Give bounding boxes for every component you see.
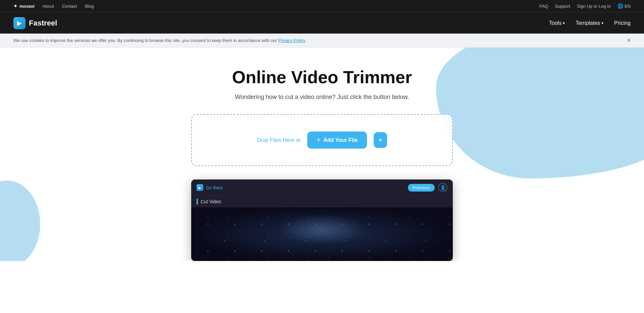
- main-nav: ▶ Fastreel Tools ▾ Templates ▾ Pricing: [0, 12, 644, 34]
- globe-icon: 🌐: [618, 3, 623, 9]
- preview-topbar: ▶ Go Back Premium 👤: [191, 179, 453, 196]
- hero-content: Online Video Trimmer Wondering how to cu…: [0, 48, 644, 166]
- user-person-icon: 👤: [440, 185, 446, 190]
- go-back-button[interactable]: Go Back: [206, 185, 223, 190]
- contact-link[interactable]: Contact: [62, 4, 77, 9]
- movavi-brand: ✦ movavi: [13, 3, 35, 9]
- preview-logo-icon: ▶: [197, 184, 203, 191]
- nav-links: Tools ▾ Templates ▾ Pricing: [549, 20, 631, 26]
- preview-section-title: Cut Video: [191, 196, 453, 207]
- blue-bar-decoration: [197, 199, 198, 205]
- cookie-text: We use cookies to improve the services w…: [13, 38, 306, 43]
- add-file-dropdown-button[interactable]: ▾: [374, 132, 387, 148]
- preview-video-area: [191, 207, 453, 261]
- dropdown-chevron-icon: ▾: [379, 137, 382, 143]
- hero-title: Online Video Trimmer: [0, 68, 644, 87]
- brand-name: Fastreel: [29, 19, 57, 28]
- top-bar: ✦ movavi About Contact Blog FAQ Support …: [0, 0, 644, 12]
- cookie-close-button[interactable]: ×: [627, 37, 631, 44]
- milky-way-decoration: [278, 214, 366, 244]
- brand-logo-link[interactable]: ▶ Fastreel: [13, 17, 57, 29]
- language-selector[interactable]: 🌐 EN: [618, 3, 631, 9]
- hero-subtitle: Wondering how to cut a video online? Jus…: [0, 94, 644, 101]
- nav-pricing[interactable]: Pricing: [614, 20, 631, 26]
- drop-files-text: Drop Files Here or: [257, 137, 301, 143]
- plus-icon: +: [317, 136, 321, 144]
- upload-dropzone[interactable]: Drop Files Here or + Add Your File ▾: [191, 114, 453, 166]
- top-bar-right: FAQ Support Sign Up or Log In 🌐 EN: [539, 3, 631, 9]
- top-bar-left: ✦ movavi About Contact Blog: [13, 3, 94, 9]
- templates-label: Templates: [576, 20, 600, 26]
- nav-tools[interactable]: Tools ▾: [549, 20, 565, 26]
- tools-chevron-icon: ▾: [563, 21, 565, 25]
- faq-link[interactable]: FAQ: [539, 4, 548, 9]
- language-label: EN: [625, 4, 631, 9]
- support-link[interactable]: Support: [555, 4, 570, 9]
- add-file-button[interactable]: + Add Your File: [307, 132, 367, 149]
- signin-link[interactable]: Sign Up or Log In: [577, 4, 611, 9]
- pricing-label: Pricing: [614, 20, 631, 26]
- preview-topbar-left: ▶ Go Back: [197, 184, 223, 191]
- brand-logo-icon: ▶: [13, 17, 25, 29]
- nav-templates[interactable]: Templates ▾: [576, 20, 603, 26]
- movavi-star-icon: ✦: [13, 3, 17, 9]
- preview-topbar-right: Premium 👤: [408, 183, 447, 192]
- privacy-policy-link[interactable]: Privacy Policy: [278, 38, 305, 43]
- preview-section: ▶ Go Back Premium 👤 Cut Video: [0, 166, 644, 261]
- hero-section: Online Video Trimmer Wondering how to cu…: [0, 48, 644, 261]
- movavi-label: movavi: [19, 4, 35, 9]
- preview-window: ▶ Go Back Premium 👤 Cut Video: [191, 179, 453, 261]
- video-content: [191, 207, 453, 261]
- tools-label: Tools: [549, 20, 561, 26]
- cut-video-label: Cut Video: [201, 199, 221, 204]
- premium-button[interactable]: Premium: [408, 184, 435, 192]
- about-link[interactable]: About: [43, 4, 54, 9]
- add-file-label: Add Your File: [323, 137, 358, 143]
- cookie-banner: We use cookies to improve the services w…: [0, 34, 644, 48]
- user-avatar-icon[interactable]: 👤: [438, 183, 447, 192]
- templates-chevron-icon: ▾: [601, 21, 603, 25]
- blog-link[interactable]: Blog: [85, 4, 94, 9]
